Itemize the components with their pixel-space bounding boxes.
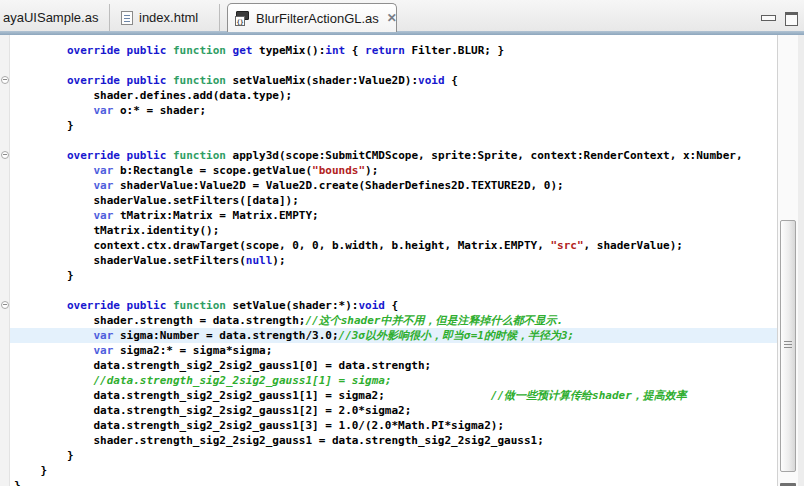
code-line[interactable]: shaderValue.setFilters(null); [10,253,777,268]
code-token: { [385,299,398,312]
code-line[interactable]: var sigma:Number = data.strength/3.0;//3… [10,328,777,343]
fold-gutter [0,35,10,486]
as-file-icon-braces: {} [235,16,245,26]
code-token: public [127,74,167,87]
ide-window: ayaUISample.as index.html {} BlurFilterA… [0,0,804,486]
right-panel-strip [798,35,804,486]
code-token: shader.defines.add(data.type); [14,89,292,102]
editor-tab-bar: ayaUISample.as index.html {} BlurFilterA… [0,0,804,31]
code-line[interactable]: var shaderValue:Value2D = Value2D.create… [10,178,777,193]
code-line[interactable]: override public function setValueMix(sha… [10,73,777,88]
code-line[interactable]: } [10,463,777,478]
code-token: override [67,74,120,87]
scrollbar-thumb[interactable] [780,220,796,472]
fold-collapse-icon[interactable] [1,301,9,309]
code-token: void [418,74,445,87]
code-token: , shaderValue); [584,239,683,252]
code-token: } [14,449,74,462]
code-token: var [93,104,113,117]
code-line[interactable]: tMatrix.identity(); [10,223,777,238]
tab-label: ayaUISample.as [3,10,98,25]
code-token: shader.strength = data.strength; [14,314,305,327]
code-line[interactable]: override public function get typeMix():i… [10,43,777,58]
code-token: ); [272,254,285,267]
code-token: "src" [550,239,583,252]
code-line[interactable]: var o:* = shader; [10,103,777,118]
code-line[interactable]: } [10,118,777,133]
code-token: null [246,254,273,267]
code-token: var [93,329,113,342]
code-token: var [93,344,113,357]
code-token: function [173,149,226,162]
code-line[interactable]: } [10,448,777,463]
code-token [226,44,233,57]
fold-collapse-icon[interactable] [1,76,9,84]
code-area[interactable]: override public function get typeMix():i… [10,35,777,486]
code-line[interactable]: shader.defines.add(data.type); [10,88,777,103]
tab-blurfilteractiongl[interactable]: {} BlurFilterActionGL.as ✕ [227,3,397,32]
code-line[interactable]: data.strength_sig2_2sig2_gauss1[0] = dat… [10,358,777,373]
code-token: get [233,44,253,57]
code-token: override [67,299,120,312]
close-icon[interactable]: ✕ [387,12,397,24]
tab-label: index.html [139,10,198,25]
code-token [120,44,127,57]
code-token: var [93,179,113,192]
code-token [166,74,173,87]
scrollbar-grip [784,341,792,349]
code-line[interactable]: var sigma2:* = sigma*sigma; [10,343,777,358]
code-line[interactable]: context.ctx.drawTarget(scope, 0, 0, b.wi… [10,238,777,253]
code-token [120,74,127,87]
code-line[interactable]: data.strength_sig2_2sig2_gauss1[3] = 1.0… [10,418,777,433]
code-line[interactable]: data.strength_sig2_2sig2_gauss1[1] = sig… [10,388,777,403]
code-token: { [445,74,458,87]
code-token: void [358,299,385,312]
code-line[interactable]: shader.strength_sig2_2sig2_gauss1 = data… [10,433,777,448]
code-line[interactable] [10,283,777,298]
code-line[interactable]: //data.strength_sig2_2sig2_gauss1[1] = s… [10,373,777,388]
code-token [120,149,127,162]
code-token: public [127,299,167,312]
code-token: b:Rectangle = scope.getValue( [113,164,312,177]
code-line[interactable]: shaderValue.setFilters([data]); [10,193,777,208]
code-token [166,299,173,312]
code-line[interactable]: } [10,268,777,283]
tab-index-html[interactable]: index.html [111,4,220,31]
minimize-icon[interactable] [761,15,776,21]
code-editor[interactable]: override public function get typeMix():i… [0,35,798,486]
fold-collapse-icon[interactable] [1,151,9,159]
code-line[interactable]: override public function setValue(shader… [10,298,777,313]
code-token: data.strength_sig2_2sig2_gauss1[1] = sig… [14,389,491,402]
code-line[interactable]: override public function apply3d(scope:S… [10,148,777,163]
code-token: Filter.BLUR; } [405,44,504,57]
vertical-scrollbar[interactable] [777,35,798,486]
code-token [14,209,93,222]
code-token: { [345,44,365,57]
code-line[interactable] [10,133,777,148]
code-token: sigma2:* = sigma*sigma; [113,344,272,357]
code-token: var [93,164,113,177]
code-line[interactable]: var tMatrix:Matrix = Matrix.EMPTY; [10,208,777,223]
code-token: tMatrix.identity(); [14,224,219,237]
tab-label: BlurFilterActionGL.as [256,11,379,26]
code-line[interactable] [10,58,777,73]
code-line[interactable]: var b:Rectangle = scope.getValue("bounds… [10,163,777,178]
as-file-icon: {} [235,11,250,26]
code-token [120,299,127,312]
code-line[interactable]: shader.strength = data.strength;//这个shad… [10,313,777,328]
code-token [14,374,93,387]
code-token: context.ctx.drawTarget(scope, 0, 0, b.wi… [14,239,550,252]
code-line[interactable]: } [10,478,777,486]
code-token [14,164,93,177]
code-token: } [14,479,21,486]
maximize-icon[interactable] [785,12,798,26]
code-token: public [127,149,167,162]
code-line[interactable]: data.strength_sig2_2sig2_gauss1[2] = 2.0… [10,403,777,418]
code-token [14,329,93,342]
code-token: data.strength_sig2_2sig2_gauss1[2] = 2.0… [14,404,411,417]
tab-ayauisample[interactable]: ayaUISample.as [0,4,110,31]
code-token: } [14,464,47,477]
code-token: //data.strength_sig2_2sig2_gauss1[1] = s… [93,374,391,387]
code-token: sigma:Number = data.strength/3.0; [113,329,338,342]
code-token [14,149,67,162]
